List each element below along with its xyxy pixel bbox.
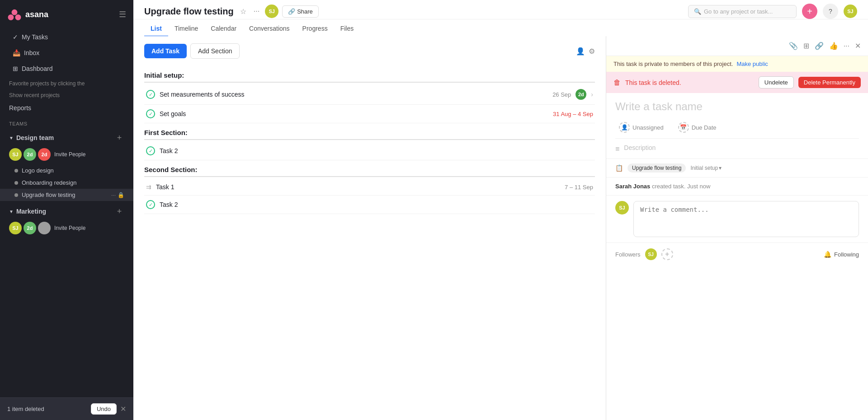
task-row[interactable]: ✓ Set goals 31 Aug – 4 Sep [144, 105, 595, 123]
private-text: This task is private to members of this … [613, 61, 733, 67]
project-upgrade-flow[interactable]: Upgrade flow testing ··· 🔒 [0, 189, 133, 201]
activity-row: Sarah Jonas created task. Just now [606, 177, 868, 195]
delete-permanently-button[interactable]: Delete Permanently [798, 77, 861, 88]
following-label: Following [834, 251, 859, 258]
tab-timeline[interactable]: Timeline [168, 21, 204, 37]
detail-topbar: 📎 ⊞ 🔗 👍 ··· ✕ [606, 36, 868, 56]
more-icon[interactable]: ··· [844, 42, 849, 50]
tab-progress[interactable]: Progress [296, 21, 334, 37]
task-row[interactable]: ⇉ Task 1 7 – 11 Sep [144, 179, 595, 196]
sidebar-item-inbox[interactable]: 📥 Inbox [4, 45, 130, 61]
sidebar-header: asana ☰ [0, 0, 133, 29]
description-row: ≡ Description [606, 139, 868, 159]
project-dot-icon [14, 169, 18, 173]
search-bar[interactable]: 🔍 Go to any project or task... [688, 5, 797, 18]
notification-actions: Undo ✕ [91, 403, 126, 415]
description-field[interactable]: Description [624, 144, 656, 151]
section-tag[interactable]: Initial setup ▾ [690, 165, 722, 171]
team-design-add-button[interactable]: + [114, 133, 124, 143]
task-row[interactable]: ✓ Task 2 [144, 142, 595, 160]
title-actions: ☆ ··· SJ 🔗 Share [238, 5, 319, 18]
sidebar-item-my-tasks[interactable]: ✓ My Tasks [4, 29, 130, 45]
add-task-button[interactable]: Add Task [144, 44, 187, 58]
due-date-button[interactable]: 📅 Due Date [675, 120, 720, 135]
add-follower-button[interactable]: + [661, 248, 673, 260]
show-recent[interactable]: Show recent projects [0, 90, 133, 100]
attach-icon[interactable]: 📎 [789, 42, 798, 50]
add-section-button[interactable]: Add Section [190, 43, 240, 59]
team-marketing-row[interactable]: ▼ Marketing + [0, 203, 133, 220]
design-invite-button[interactable]: Invite People [54, 151, 85, 158]
link-icon[interactable]: 🔗 [815, 42, 824, 50]
teams-label: Teams [0, 116, 133, 129]
team-marketing: ▼ Marketing + SJ 2d Invite People [0, 203, 133, 238]
main-wrapper: Upgrade flow testing ☆ ··· SJ 🔗 Share 🔍 … [133, 0, 868, 420]
undo-button[interactable]: Undo [91, 403, 117, 415]
project-tag[interactable]: Upgrade flow testing [627, 163, 686, 173]
following-button[interactable]: 🔔 Following [824, 251, 859, 258]
tab-files[interactable]: Files [334, 21, 360, 37]
sidebar-item-label: My Tasks [22, 33, 48, 41]
task-date-overdue: 31 Aug – 4 Sep [553, 111, 593, 117]
member-avatar-2d-3: 2d [24, 222, 36, 234]
team-marketing-add-button[interactable]: + [114, 206, 124, 216]
help-button[interactable]: ? [823, 4, 838, 19]
assign-icon[interactable]: 👤 [576, 47, 585, 56]
task-name: Task 2 [160, 201, 593, 208]
more-icon[interactable]: ··· [111, 192, 116, 198]
task-row[interactable]: ✓ Task 2 [144, 196, 595, 214]
more-icon[interactable]: ··· [252, 6, 261, 16]
tab-conversations[interactable]: Conversations [243, 21, 296, 37]
comment-input[interactable] [633, 201, 859, 237]
task-name: Set goals [160, 110, 548, 117]
meta-row: 👤 Unassigned 📅 Due Date [606, 117, 868, 138]
task-check-icon[interactable]: ✓ [146, 146, 155, 155]
svg-point-2 [15, 14, 21, 20]
global-add-button[interactable]: + [802, 4, 817, 19]
tab-calendar[interactable]: Calendar [204, 21, 243, 37]
like-icon[interactable]: 👍 [829, 42, 838, 50]
member-avatar-sj-2: SJ [9, 222, 22, 234]
undelete-button[interactable]: Undelete [759, 76, 794, 89]
tab-list[interactable]: List [144, 21, 168, 37]
filter-icon[interactable]: ⚙ [589, 47, 595, 56]
task-name: Task 1 [156, 183, 560, 191]
project-onboarding[interactable]: Onboarding redesign [0, 177, 133, 189]
deleted-text: This task is deleted. [625, 79, 754, 86]
due-date-label: Due Date [692, 124, 717, 131]
section-initial-setup: Initial setup: [144, 66, 595, 83]
task-check-icon[interactable]: ✓ [146, 90, 155, 99]
search-placeholder: Go to any project or task... [704, 8, 773, 15]
deleted-banner: 🗑 This task is deleted. Undelete Delete … [606, 72, 868, 93]
sidebar-item-reports[interactable]: Reports [0, 100, 133, 116]
assignee-button[interactable]: 👤 Unassigned [615, 120, 667, 135]
inbox-icon: 📥 [13, 49, 20, 56]
task-check-icon[interactable]: ✓ [146, 109, 155, 118]
follower-avatar: SJ [645, 248, 657, 260]
member-avatar-2d-1: 2d [24, 148, 36, 161]
marketing-invite-button[interactable]: Invite People [54, 225, 85, 231]
activity-time: Just now [687, 183, 710, 190]
notification-close-icon[interactable]: ✕ [120, 405, 126, 413]
task-panel: Add Task Add Section 👤 ⚙ Initial setup: … [133, 36, 606, 420]
project-logo-design[interactable]: Logo design [0, 164, 133, 177]
task-date: 7 – 11 Sep [565, 184, 593, 191]
subtask-icon[interactable]: ⊞ [803, 42, 809, 50]
task-name-field[interactable]: Write a task name [606, 93, 868, 117]
sidebar-item-label: Dashboard [22, 65, 53, 72]
star-icon[interactable]: ☆ [238, 6, 248, 17]
task-row[interactable]: ✓ Set measurements of success 26 Sep 2d … [144, 84, 595, 105]
close-icon[interactable]: ✕ [855, 42, 861, 50]
make-public-link[interactable]: Make public [736, 61, 768, 67]
share-button[interactable]: 🔗 Share [282, 5, 319, 18]
task-check-icon[interactable]: ✓ [146, 200, 155, 209]
section-first: First Section: [144, 123, 595, 140]
topbar-right: 🔍 Go to any project or task... + ? SJ [688, 4, 857, 19]
asana-logo-text: asana [25, 10, 48, 19]
sidebar-item-dashboard[interactable]: ⊞ Dashboard [4, 61, 130, 76]
sidebar-toggle-icon[interactable]: ☰ [119, 9, 126, 19]
activity-action: created task. [652, 183, 685, 190]
member-avatar-2d-2: 2d [38, 148, 51, 161]
task-badge: 2d [576, 89, 586, 100]
team-design-row[interactable]: ▼ Design team + [0, 129, 133, 146]
